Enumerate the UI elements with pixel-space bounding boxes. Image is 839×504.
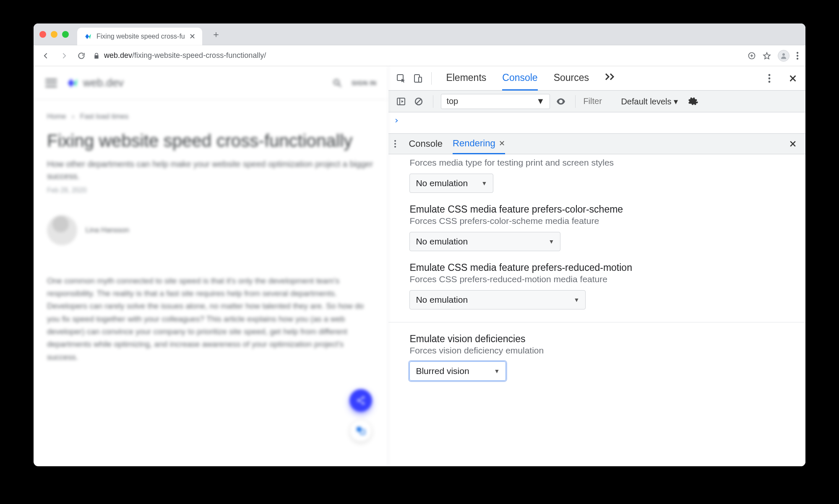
context-value: top — [446, 96, 458, 106]
tabs-overflow-icon[interactable] — [605, 66, 616, 91]
execution-context-select[interactable]: top ▼ — [441, 94, 550, 109]
url-field[interactable]: web.dev/fixing-website-speed-cross-funct… — [93, 51, 742, 60]
page-title: Fixing website speed cross-functionally — [47, 130, 375, 152]
tab-close-icon[interactable]: ✕ — [189, 32, 195, 41]
drawer-tab-close-icon[interactable]: ✕ — [499, 139, 505, 148]
tab-console[interactable]: Console — [502, 66, 537, 91]
menu-icon[interactable] — [45, 79, 57, 87]
tab-sources[interactable]: Sources — [554, 66, 589, 91]
crumb-home[interactable]: Home — [47, 112, 66, 121]
svg-point-4 — [797, 57, 798, 59]
site-search-icon[interactable] — [332, 78, 342, 88]
devtools-panel: Elements Console Sources top ▼ Default l… — [388, 66, 805, 466]
vision-title: Emulate vision deficiencies — [409, 333, 784, 345]
devtools-close-icon[interactable] — [786, 72, 800, 85]
publish-date: Feb 28, 2020 — [47, 187, 375, 194]
svg-point-16 — [769, 81, 771, 83]
reduced-motion-desc: Forces CSS prefers-reduced-motion media … — [409, 274, 784, 284]
crumb-section[interactable]: Fast load times — [80, 112, 128, 121]
svg-point-5 — [334, 80, 339, 85]
url-domain: web.dev — [104, 51, 132, 60]
drawer-menu-icon[interactable] — [394, 140, 396, 148]
console-filter-input[interactable] — [583, 96, 617, 106]
close-window-button[interactable] — [39, 31, 46, 38]
share-fab[interactable] — [349, 389, 372, 412]
caret-down-icon: ▼ — [494, 368, 500, 374]
svg-point-2 — [797, 52, 798, 53]
install-icon[interactable] — [748, 52, 756, 60]
tab-elements[interactable]: Elements — [446, 66, 486, 91]
svg-point-3 — [797, 55, 798, 56]
rendering-panel[interactable]: Forces media type for testing print and … — [388, 154, 805, 466]
media-type-select[interactable]: No emulation ▼ — [409, 174, 493, 193]
bookmark-icon[interactable] — [763, 52, 771, 60]
console-sidebar-toggle-icon[interactable] — [394, 95, 408, 108]
window-controls — [39, 31, 69, 38]
section-divider — [388, 322, 805, 322]
translate-fab[interactable] — [349, 419, 372, 442]
devtools-menu-icon[interactable] — [763, 72, 776, 85]
page-subtitle: How other departments can help make your… — [47, 158, 375, 182]
color-scheme-title: Emulate CSS media feature prefers-color-… — [409, 204, 784, 215]
drawer-tab-console[interactable]: Console — [409, 134, 443, 153]
minimize-window-button[interactable] — [51, 31, 57, 38]
console-output[interactable]: › — [388, 112, 805, 133]
nav-back-button[interactable] — [40, 50, 52, 62]
vision-desc: Forces vision deficiency emulation — [409, 346, 784, 356]
vision-value: Blurred vision — [416, 366, 469, 376]
rendered-page: web.dev SIGN IN Home › Fast load times F… — [34, 66, 388, 466]
reload-button[interactable] — [76, 50, 87, 62]
author-avatar — [47, 215, 77, 245]
media-type-value: No emulation — [416, 178, 468, 188]
caret-down-icon: ▼ — [549, 238, 555, 245]
chevron-icon: › — [72, 112, 74, 121]
reduced-motion-value: No emulation — [416, 295, 468, 305]
svg-point-14 — [769, 74, 771, 76]
clear-console-icon[interactable] — [412, 95, 425, 108]
address-bar: web.dev/fixing-website-speed-cross-funct… — [34, 45, 805, 66]
caret-down-icon: ▼ — [537, 96, 545, 106]
media-type-desc: Forces media type for testing print and … — [409, 158, 784, 168]
article-body: One common myth connected to site speed … — [47, 275, 375, 364]
console-toolbar: top ▼ Default levels ▾ — [388, 91, 805, 112]
drawer-tab-rendering[interactable]: Rendering ✕ — [453, 134, 505, 154]
brand-text: web.dev — [83, 76, 124, 89]
breadcrumb: Home › Fast load times — [47, 112, 375, 121]
sign-in-link[interactable]: SIGN IN — [352, 79, 376, 86]
color-scheme-desc: Forces CSS prefers-color-scheme media fe… — [409, 216, 784, 226]
caret-down-icon: ▼ — [574, 296, 580, 303]
tab-title: Fixing website speed cross-fu — [96, 33, 185, 40]
console-prompt-icon: › — [393, 115, 399, 125]
reduced-motion-title: Emulate CSS media feature prefers-reduce… — [409, 262, 784, 273]
maximize-window-button[interactable] — [62, 31, 69, 38]
new-tab-button[interactable]: ＋ — [207, 28, 225, 41]
drawer-close-icon[interactable] — [786, 137, 800, 151]
svg-rect-13 — [419, 77, 422, 82]
inspect-element-icon[interactable] — [394, 72, 408, 85]
favicon-icon — [84, 32, 92, 41]
device-toggle-icon[interactable] — [411, 72, 425, 85]
caret-down-icon: ▼ — [482, 180, 487, 187]
site-brand[interactable]: web.dev — [66, 76, 124, 89]
browser-menu-icon[interactable] — [796, 52, 799, 60]
nav-forward-button[interactable] — [58, 50, 70, 62]
color-scheme-select[interactable]: No emulation ▼ — [409, 232, 560, 251]
drawer-tabs: Console Rendering ✕ — [388, 133, 805, 154]
reduced-motion-select[interactable]: No emulation ▼ — [409, 290, 586, 309]
author-name[interactable]: Lina Hansson — [86, 226, 129, 234]
browser-tab[interactable]: Fixing website speed cross-fu ✕ — [77, 28, 202, 45]
console-settings-icon[interactable] — [686, 95, 700, 108]
devtools-main-toolbar: Elements Console Sources — [388, 66, 805, 91]
profile-avatar[interactable] — [778, 50, 789, 62]
svg-point-15 — [769, 77, 771, 79]
lock-icon — [93, 52, 100, 59]
vision-deficiency-select[interactable]: Blurred vision ▼ — [409, 361, 506, 381]
svg-point-1 — [782, 53, 785, 56]
url-path: /fixing-website-speed-cross-functionally… — [132, 51, 266, 60]
tab-strip: Fixing website speed cross-fu ✕ ＋ — [34, 23, 805, 45]
drawer-tab-rendering-label: Rendering — [453, 138, 495, 149]
color-scheme-value: No emulation — [416, 236, 468, 247]
svg-rect-17 — [397, 98, 405, 105]
live-expression-icon[interactable] — [554, 95, 568, 108]
log-level-select[interactable]: Default levels ▾ — [621, 96, 678, 107]
